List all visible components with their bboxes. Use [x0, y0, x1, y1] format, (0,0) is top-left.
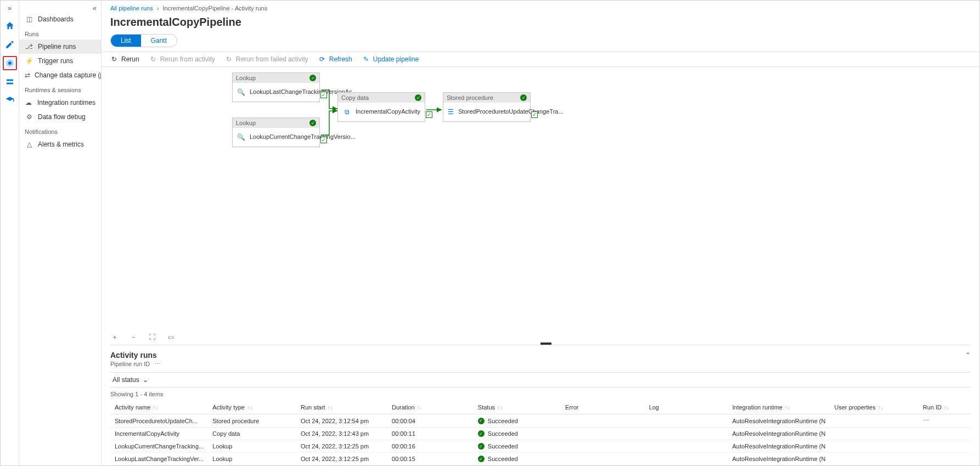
fit-icon[interactable]: ⛶ — [148, 333, 156, 341]
more-icon[interactable]: ⋯ — [155, 361, 161, 367]
nav-pipeline-runs[interactable]: ⎇ Pipeline runs — [19, 40, 101, 54]
sort-icon: ↑↓ — [153, 405, 158, 411]
nav-section-runtimes: Runtimes & sessions — [19, 82, 101, 96]
database-icon: ☰ — [448, 106, 454, 118]
node-lookup-current[interactable]: Lookup ✓ 🔍 LookupCurrentChangeTrackingVe… — [232, 117, 320, 147]
refresh-icon: ⟳ — [318, 55, 326, 63]
output-check-icon: ✓ — [320, 137, 327, 143]
table-row[interactable]: LookupLastChangeTrackingVer...LookupOct … — [110, 453, 971, 465]
alerts-icon: △ — [25, 140, 33, 149]
col-status[interactable]: Status↑↓ — [474, 401, 561, 414]
nav-trigger-runs[interactable]: ⚡ Trigger runs — [19, 54, 101, 68]
cell-error — [561, 414, 645, 428]
collapse-panel-icon[interactable]: ⌃ — [965, 351, 971, 359]
col-integration-runtime[interactable]: Integration runtime↑↓ — [728, 401, 830, 414]
pipeline-runs-icon: ⎇ — [25, 42, 33, 51]
cell-ir: AutoResolveIntegrationRuntime (N — [728, 440, 830, 453]
refresh-button[interactable]: ⟳ Refresh — [318, 55, 352, 63]
reset-view-icon[interactable]: ▭ — [166, 333, 175, 341]
breadcrumb-sep: › — [157, 5, 159, 12]
cell-duration: 00:00:15 — [387, 453, 474, 465]
cell-activity-type: Lookup — [208, 440, 296, 453]
tab-gantt[interactable]: Gantt — [141, 35, 177, 47]
col-duration[interactable]: Duration↑↓ — [387, 401, 474, 414]
cell-log — [645, 428, 728, 440]
table-row[interactable]: StoredProceduretoUpdateCh...Stored proce… — [110, 414, 971, 428]
cell-ir: AutoResolveIntegrationRuntime (N — [728, 414, 830, 428]
zoom-out-icon[interactable]: － — [129, 333, 138, 341]
sort-icon: ↑↓ — [417, 405, 423, 411]
nav-dashboards[interactable]: ◫ Dashboards — [19, 12, 101, 26]
nav-data-flow-debug[interactable]: ⚙ Data flow debug — [19, 110, 101, 124]
author-icon[interactable] — [3, 37, 17, 52]
pipeline-canvas[interactable]: Lookup ✓ 🔍 LookupLastChangeTrackingVersi… — [102, 67, 979, 345]
cell-run-id — [919, 453, 971, 465]
table-row[interactable]: LookupCurrentChangeTracking...LookupOct … — [110, 440, 971, 453]
rerun-icon: ↻ — [149, 55, 157, 63]
breadcrumb-current: IncrementalCopyPipeline - Activity runs — [162, 5, 267, 12]
cell-log — [645, 414, 728, 428]
cell-activity-name: LookupCurrentChangeTracking... — [110, 440, 208, 453]
cell-activity-name: IncrementalCopyActivity — [110, 428, 208, 440]
cell-duration: 00:00:16 — [387, 440, 474, 453]
trigger-runs-icon: ⚡ — [25, 57, 33, 65]
learn-icon[interactable] — [3, 93, 17, 108]
cell-status: ✓Succeeded — [474, 428, 561, 440]
rerun-from-failed-button[interactable]: ↻ Rerun from failed activity — [225, 55, 308, 63]
node-lookup-last[interactable]: Lookup ✓ 🔍 LookupLastChangeTrackingVersi… — [232, 72, 320, 102]
col-user-properties[interactable]: User properties↑↓ — [830, 401, 918, 414]
home-icon[interactable] — [3, 19, 17, 33]
sort-icon: ↑↓ — [497, 405, 503, 411]
sort-icon: ↑↓ — [785, 405, 790, 411]
sort-icon: ↑↓ — [247, 405, 252, 411]
rerun-button[interactable]: ↻ Rerun — [110, 55, 139, 63]
copy-icon: ⧉ — [342, 106, 351, 118]
cell-user-properties — [830, 414, 918, 428]
col-activity-name[interactable]: Activity name↑↓ — [110, 401, 208, 414]
col-error[interactable]: Error — [561, 401, 645, 414]
col-log[interactable]: Log — [645, 401, 728, 414]
cell-ir: AutoResolveIntegrationRuntime (N — [728, 453, 830, 465]
manage-icon[interactable] — [3, 75, 17, 89]
cell-activity-type: Copy data — [208, 428, 296, 440]
monitor-icon[interactable] — [3, 56, 17, 70]
rerun-from-activity-button[interactable]: ↻ Rerun from activity — [149, 55, 215, 63]
status-filter[interactable]: All status ⌄ — [110, 376, 971, 384]
tab-list[interactable]: List — [111, 35, 141, 47]
zoom-in-icon[interactable]: ＋ — [110, 333, 119, 341]
nav-alerts[interactable]: △ Alerts & metrics — [19, 137, 101, 151]
node-name: IncrementalCopyActivity — [356, 108, 420, 115]
cell-activity-type: Lookup — [208, 453, 296, 465]
nav-section-runs: Runs — [19, 26, 101, 40]
nav-integration-runtimes[interactable]: ☁ Integration runtimes — [19, 96, 101, 110]
ir-icon: ☁ — [25, 98, 33, 107]
pane-divider[interactable] — [110, 345, 971, 345]
cell-run-id — [919, 440, 971, 453]
nav-label: Change data capture (previ... — [35, 71, 102, 79]
node-stored-proc[interactable]: Stored procedure ✓ ☰ StoredProceduretoUp… — [443, 92, 531, 122]
update-pipeline-button[interactable]: ✎ Update pipeline — [362, 55, 419, 63]
table-row[interactable]: IncrementalCopyActivityCopy dataOct 24, … — [110, 428, 971, 440]
cell-run-start: Oct 24, 2022, 3:12:54 pm — [296, 414, 387, 428]
expand-rail-icon[interactable]: » — [8, 4, 12, 12]
success-icon: ✓ — [520, 94, 527, 101]
nav-label: Dashboards — [38, 15, 74, 23]
success-icon: ✓ — [478, 430, 485, 437]
main-area: All pipeline runs › IncrementalCopyPipel… — [102, 1, 979, 465]
col-run-start[interactable]: Run start↑↓ — [296, 401, 387, 414]
cdc-icon: ⇄ — [25, 71, 30, 80]
collapse-panel-icon[interactable]: « — [19, 4, 101, 12]
output-check-icon: ✓ — [531, 111, 538, 118]
cell-error — [561, 440, 645, 453]
col-run-id[interactable]: Run ID↑↓ — [919, 401, 971, 414]
cell-user-properties — [830, 428, 918, 440]
node-copy[interactable]: Copy data ✓ ⧉ IncrementalCopyActivity ✓ — [337, 92, 425, 122]
nav-label: Data flow debug — [38, 113, 86, 121]
cell-user-properties — [830, 453, 918, 465]
col-activity-type[interactable]: Activity type↑↓ — [208, 401, 296, 414]
lookup-icon: 🔍 — [237, 86, 245, 98]
breadcrumb: All pipeline runs › IncrementalCopyPipel… — [102, 1, 979, 14]
svg-rect-2 — [7, 80, 13, 81]
nav-cdc[interactable]: ⇄ Change data capture (previ... — [19, 68, 101, 82]
breadcrumb-root-link[interactable]: All pipeline runs — [110, 5, 153, 12]
